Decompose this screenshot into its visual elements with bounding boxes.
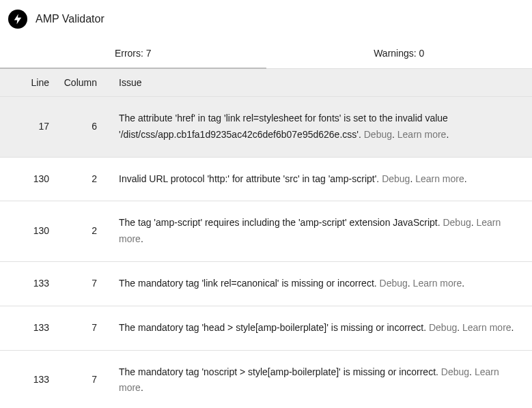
issue-text: The mandatory tag 'link rel=canonical' i… <box>119 278 380 289</box>
debug-link[interactable]: Debug <box>429 322 457 333</box>
issue-cell: The mandatory tag 'link rel=canonical' i… <box>109 276 532 292</box>
learn-more-link[interactable]: Learn more <box>415 173 464 184</box>
debug-link[interactable]: Debug <box>441 366 469 377</box>
debug-link[interactable]: Debug <box>380 278 408 289</box>
issue-cell: The mandatory tag 'noscript > style[amp-… <box>109 364 532 397</box>
col-header-column: Column <box>61 77 109 88</box>
issue-column: 6 <box>61 119 109 135</box>
issue-line: 17 <box>0 119 61 135</box>
app-header: AMP Validator <box>0 0 532 38</box>
issue-line: 133 <box>0 320 61 336</box>
issue-text: The mandatory tag 'head > style[amp-boil… <box>119 322 429 333</box>
table-row: 1302Invalid URL protocol 'http:' for att… <box>0 158 532 202</box>
tabs: Errors: 7 Warnings: 0 <box>0 38 532 69</box>
issue-cell: The attribute 'href' in tag 'link rel=st… <box>109 111 532 143</box>
separator-dot: . <box>410 173 415 184</box>
debug-link[interactable]: Debug <box>443 217 471 228</box>
issue-column: 7 <box>61 320 109 336</box>
tab-errors-label: Errors: 7 <box>115 48 152 59</box>
issue-cell: The mandatory tag 'head > style[amp-boil… <box>109 320 532 336</box>
table-header: Line Column Issue <box>0 69 532 97</box>
issue-text: The mandatory tag 'noscript > style[amp-… <box>119 366 441 377</box>
issue-line: 133 <box>0 372 61 388</box>
col-header-issue: Issue <box>109 77 532 88</box>
table-row: 1337The mandatory tag 'link rel=canonica… <box>0 262 532 306</box>
separator-dot: . <box>457 322 462 333</box>
app-title: AMP Validator <box>36 13 104 25</box>
col-header-line: Line <box>0 77 61 88</box>
issue-cell: The tag 'amp-script' requires including … <box>109 215 532 248</box>
separator-dot: . <box>141 382 143 393</box>
issue-line: 130 <box>0 223 61 239</box>
debug-link[interactable]: Debug <box>364 129 392 140</box>
debug-link[interactable]: Debug <box>382 173 410 184</box>
separator-dot: . <box>392 129 397 140</box>
tab-warnings-label: Warnings: 0 <box>374 48 424 59</box>
separator-dot: . <box>446 129 449 140</box>
separator-dot: . <box>469 366 475 377</box>
separator-dot: . <box>462 278 464 289</box>
separator-dot: . <box>464 173 467 184</box>
learn-more-link[interactable]: Learn more <box>413 278 462 289</box>
issue-cell: Invalid URL protocol 'http:' for attribu… <box>109 171 532 188</box>
issue-line: 133 <box>0 276 61 292</box>
amp-logo-icon <box>8 10 27 29</box>
issue-column: 7 <box>61 372 109 388</box>
issue-column: 7 <box>61 276 109 292</box>
issue-text: The tag 'amp-script' requires including … <box>119 217 443 228</box>
tab-errors[interactable]: Errors: 7 <box>0 38 266 68</box>
issue-column: 2 <box>61 171 109 188</box>
separator-dot: . <box>512 322 514 333</box>
issue-line: 130 <box>0 171 61 188</box>
lightning-bolt-icon <box>12 13 24 25</box>
separator-dot: . <box>408 278 413 289</box>
table-row: 176The attribute 'href' in tag 'link rel… <box>0 97 532 158</box>
issue-text: Invalid URL protocol 'http:' for attribu… <box>119 173 382 184</box>
table-row: 1337The mandatory tag 'head > style[amp-… <box>0 306 532 351</box>
issue-list: 176The attribute 'href' in tag 'link rel… <box>0 97 532 408</box>
learn-more-link[interactable]: Learn more <box>397 129 447 140</box>
learn-more-link[interactable]: Learn more <box>462 322 512 333</box>
separator-dot: . <box>141 233 143 244</box>
issue-column: 2 <box>61 223 109 239</box>
tab-warnings[interactable]: Warnings: 0 <box>266 38 533 68</box>
table-row: 1337The mandatory tag 'noscript > style[… <box>0 351 532 408</box>
separator-dot: . <box>471 217 477 228</box>
table-row: 1302The tag 'amp-script' requires includ… <box>0 201 532 262</box>
